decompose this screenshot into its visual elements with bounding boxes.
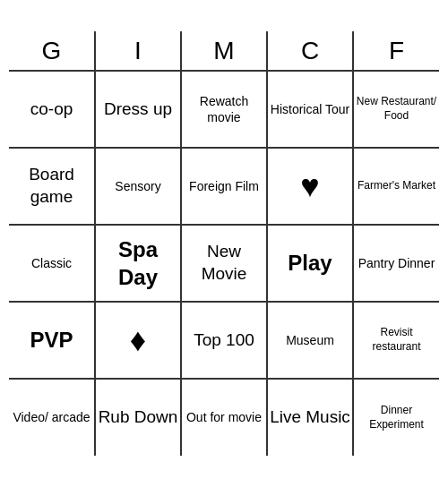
bingo-cell-4-2: Out for movie: [181, 379, 267, 456]
bingo-cell-2-1: Spa Day: [95, 225, 181, 302]
bingo-row-4: Video/ arcadeRub DownOut for movieLive M…: [9, 379, 439, 456]
bingo-cell-0-3: Historical Tour: [267, 71, 353, 148]
bingo-cell-1-1: Sensory: [95, 148, 181, 225]
bingo-cell-3-2: Top 100: [181, 302, 267, 379]
bingo-cell-4-3: Live Music: [267, 379, 353, 456]
bingo-row-0: co-opDress upRewatch movieHistorical Tou…: [9, 71, 439, 148]
bingo-cell-1-4: Farmer's Market: [353, 148, 439, 225]
column-header-i: I: [95, 31, 181, 71]
bingo-cell-3-3: Museum: [267, 302, 353, 379]
bingo-cell-4-1: Rub Down: [95, 379, 181, 456]
bingo-cell-0-2: Rewatch movie: [181, 71, 267, 148]
bingo-cell-3-4: Revisit restaurant: [353, 302, 439, 379]
bingo-cell-4-0: Video/ arcade: [9, 379, 95, 456]
bingo-cell-1-3: ♥: [267, 148, 353, 225]
bingo-cell-0-1: Dress up: [95, 71, 181, 148]
header-row: GIMCF: [9, 31, 439, 71]
column-header-c: C: [267, 31, 353, 71]
bingo-cell-1-2: Foreign Film: [181, 148, 267, 225]
column-header-m: M: [181, 31, 267, 71]
bingo-cell-2-0: Classic: [9, 225, 95, 302]
bingo-cell-3-0: PVP: [9, 302, 95, 379]
bingo-row-2: ClassicSpa DayNew MoviePlayPantry Dinner: [9, 225, 439, 302]
bingo-cell-0-0: co-op: [9, 71, 95, 148]
column-header-g: G: [9, 31, 95, 71]
bingo-cell-2-4: Pantry Dinner: [353, 225, 439, 302]
bingo-cell-3-1: ♦: [95, 302, 181, 379]
bingo-cell-4-4: Dinner Experiment: [353, 379, 439, 456]
bingo-card: GIMCF co-opDress upRewatch movieHistoric…: [9, 31, 439, 456]
bingo-cell-0-4: New Restaurant/ Food: [353, 71, 439, 148]
bingo-cell-2-3: Play: [267, 225, 353, 302]
bingo-row-3: PVP♦Top 100MuseumRevisit restaurant: [9, 302, 439, 379]
bingo-cell-1-0: Board game: [9, 148, 95, 225]
bingo-row-1: Board gameSensoryForeign Film♥Farmer's M…: [9, 148, 439, 225]
bingo-cell-2-2: New Movie: [181, 225, 267, 302]
column-header-f: F: [353, 31, 439, 71]
